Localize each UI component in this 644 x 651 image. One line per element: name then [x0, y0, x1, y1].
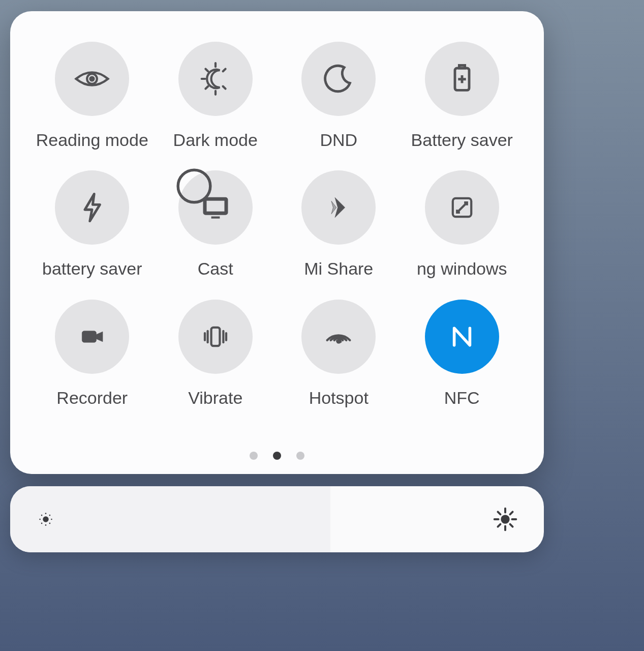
tile-battery-saver[interactable]: Battery saver [401, 42, 524, 150]
tile-label: Mi Share [304, 259, 373, 279]
page-dot[interactable] [250, 452, 258, 460]
svg-point-33 [502, 516, 508, 522]
battery-plus-icon [425, 42, 499, 116]
page-dot[interactable] [296, 452, 304, 460]
svg-point-29 [41, 515, 43, 516]
svg-point-32 [49, 523, 51, 524]
tile-recorder[interactable]: Recorder [30, 300, 154, 408]
svg-point-27 [39, 519, 41, 520]
tile-label: Cast [198, 259, 233, 279]
svg-rect-19 [211, 327, 220, 345]
svg-line-38 [498, 512, 500, 514]
vibrate-icon [178, 300, 253, 374]
tile-dark-mode[interactable]: Dark mode [154, 42, 278, 150]
tile-label: ng windows [417, 259, 507, 279]
tile-ultra-battery-saver[interactable]: battery saver [30, 170, 154, 279]
tile-vibrate[interactable]: Vibrate [154, 300, 278, 408]
svg-point-1 [90, 77, 94, 81]
dark-mode-icon [178, 42, 253, 116]
tile-label: Hotspot [309, 388, 369, 408]
svg-point-25 [45, 513, 47, 514]
pagination-dots[interactable] [10, 452, 544, 460]
brightness-slider[interactable] [10, 486, 544, 552]
tile-cast[interactable]: Cast [154, 170, 278, 279]
svg-point-28 [51, 519, 52, 520]
svg-line-8 [223, 86, 225, 89]
floating-window-icon [425, 170, 499, 245]
camera-icon [55, 300, 129, 374]
page-dot-current[interactable] [273, 452, 281, 460]
tile-label: Reading mode [36, 130, 148, 150]
tile-dnd[interactable]: DND [277, 42, 401, 150]
eye-icon [55, 42, 129, 116]
cast-icon [178, 170, 253, 245]
hotspot-icon [301, 300, 376, 374]
svg-point-24 [44, 517, 48, 521]
tile-label: NFC [444, 388, 480, 408]
svg-point-26 [45, 524, 47, 526]
svg-line-39 [510, 524, 513, 527]
tile-label: Vibrate [188, 388, 242, 408]
tile-floating-windows[interactable]: ng windows [401, 170, 524, 279]
mishare-icon [301, 170, 376, 245]
tile-reading-mode[interactable]: Reading mode [30, 42, 154, 150]
tile-label: Dark mode [173, 130, 258, 150]
tile-label: Recorder [56, 388, 128, 408]
svg-rect-15 [205, 200, 225, 213]
svg-point-31 [41, 523, 43, 524]
bolt-icon [55, 170, 129, 245]
quick-settings-grid: Reading mode Dark mode [30, 42, 524, 428]
tile-hotspot[interactable]: Hotspot [277, 300, 401, 408]
nfc-icon [425, 300, 499, 374]
svg-line-7 [223, 69, 225, 71]
tile-mi-share[interactable]: Mi Share [277, 170, 401, 279]
svg-line-40 [498, 524, 500, 527]
tile-label: battery saver [42, 259, 142, 279]
quick-settings-panel: Reading mode Dark mode [10, 11, 544, 474]
svg-line-6 [205, 86, 208, 89]
tile-nfc[interactable]: NFC [401, 300, 524, 408]
svg-line-41 [510, 512, 513, 514]
svg-point-30 [49, 515, 51, 516]
svg-line-5 [205, 69, 208, 71]
moon-icon [301, 42, 376, 116]
brightness-fill [10, 486, 330, 552]
brightness-low-icon [35, 508, 57, 530]
tile-label: DND [320, 130, 357, 150]
tile-label: Battery saver [411, 130, 513, 150]
brightness-high-icon [491, 505, 519, 534]
svg-rect-18 [82, 331, 97, 342]
svg-rect-10 [459, 65, 465, 68]
